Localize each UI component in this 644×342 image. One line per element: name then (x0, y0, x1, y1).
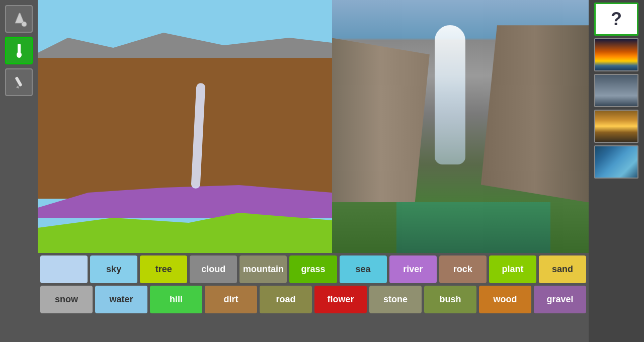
waterfall-photo-bg (332, 0, 589, 253)
pencil-tool-button[interactable] (5, 68, 33, 96)
rock-left (332, 38, 430, 202)
bottom-panel: sky tree cloud mountain grass sea river … (38, 253, 589, 342)
drawing-canvas[interactable] (38, 0, 332, 253)
gravel-label-button[interactable]: gravel (534, 286, 586, 313)
main-area: sky tree cloud mountain grass sea river … (38, 0, 589, 342)
rock-label-button[interactable]: rock (439, 255, 487, 283)
wave-thumbnail[interactable] (594, 145, 638, 179)
label-row-2: snow water hill dirt road flower stone b… (40, 286, 586, 313)
mountain-label-button[interactable]: mountain (239, 255, 287, 283)
svg-point-0 (22, 22, 27, 27)
canvas-photo-row (38, 0, 589, 253)
svg-rect-3 (15, 76, 22, 87)
flower-label-button[interactable]: flower (314, 286, 367, 313)
road-label-button[interactable]: road (260, 286, 312, 313)
grass-label-button[interactable]: grass (289, 255, 337, 283)
snow-label-button[interactable]: snow (40, 286, 93, 313)
rock-right (481, 25, 589, 202)
stone-label-button[interactable]: stone (369, 286, 422, 313)
tree-label-button[interactable]: tree (140, 255, 187, 283)
svg-rect-1 (18, 44, 21, 53)
bush-label-button[interactable]: bush (424, 286, 476, 313)
golden-sky-thumbnail[interactable] (594, 110, 638, 143)
sunset-thumbnail[interactable] (594, 38, 638, 71)
dirt-label-button[interactable]: dirt (205, 286, 257, 313)
fill-tool-button[interactable] (5, 5, 33, 33)
label-row-1: sky tree cloud mountain grass sea river … (40, 255, 586, 283)
plant-label-button[interactable]: plant (489, 255, 536, 283)
brush-tool-button[interactable] (5, 37, 33, 64)
reference-photo (332, 0, 589, 253)
water-label-button[interactable]: water (95, 286, 147, 313)
river-label-button[interactable]: river (389, 255, 437, 283)
sand-label-button[interactable]: sand (539, 255, 586, 283)
clouds-thumbnail[interactable] (594, 74, 638, 107)
svg-point-2 (17, 52, 22, 58)
hill-label-button[interactable]: hill (150, 286, 202, 313)
left-toolbar (0, 0, 38, 342)
dirt-layer (38, 58, 332, 199)
empty-slot-button[interactable] (40, 255, 88, 283)
sky-label-button[interactable]: sky (90, 255, 137, 283)
sea-label-button[interactable]: sea (340, 255, 387, 283)
right-sidebar: ? (589, 0, 644, 342)
cloud-label-button[interactable]: cloud (190, 255, 237, 283)
wood-label-button[interactable]: wood (479, 286, 531, 313)
svg-marker-4 (16, 86, 19, 89)
dice-thumbnail[interactable]: ? (594, 3, 638, 36)
